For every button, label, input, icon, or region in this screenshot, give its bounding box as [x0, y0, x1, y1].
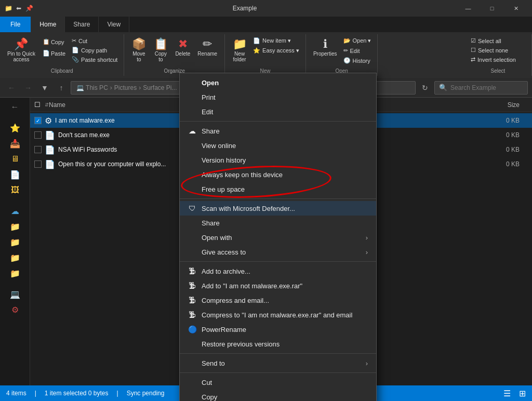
- surface-pi-link[interactable]: Surface Pi...: [143, 84, 177, 91]
- select-none-button[interactable]: ☐ Select none: [469, 46, 518, 55]
- forward-button[interactable]: →: [21, 81, 35, 95]
- ctx-compress-rar-email[interactable]: 🗜 Compress to "I am not malware.exe.rar"…: [180, 308, 376, 322]
- paste-button[interactable]: 📄 Paste: [39, 48, 69, 59]
- copy-to-button[interactable]: 📋 Copyto: [150, 36, 171, 64]
- ctx-restore[interactable]: Restore previous versions: [180, 337, 376, 351]
- new-item-button[interactable]: 📄 New item ▾: [251, 36, 301, 45]
- ctx-always-keep[interactable]: Always keep on this device: [180, 167, 376, 182]
- maximize-button[interactable]: □: [480, 0, 504, 17]
- ctx-add-archive[interactable]: 🗜 Add to archive...: [180, 264, 376, 278]
- pictures-link[interactable]: Pictures: [114, 84, 137, 91]
- ctx-share[interactable]: ☁ Share: [180, 124, 376, 138]
- sidebar-item-desktop[interactable]: 🖥: [0, 152, 30, 166]
- up-button[interactable]: ↑: [54, 81, 69, 95]
- sidebar-item-1[interactable]: ←: [0, 100, 30, 114]
- ctx-version-history[interactable]: Version history: [180, 153, 376, 167]
- ctx-cut-icon: [188, 378, 196, 386]
- sidebar-item-3[interactable]: 📁: [0, 235, 30, 249]
- pin-to-quick-access-button[interactable]: 📌 Pin to Quick access: [4, 36, 38, 64]
- ctx-share2-icon: [188, 219, 196, 227]
- sidebar-item-pc[interactable]: 💻: [0, 287, 30, 301]
- ctx-open-label: Open: [202, 79, 219, 87]
- ctx-send-to-icon: [188, 359, 196, 367]
- ctx-cut[interactable]: Cut: [180, 375, 376, 390]
- clipboard-items: 📌 Pin to Quick access 📋 Copy 📄 Paste ✂ C…: [4, 36, 119, 67]
- status-sep-2: |: [117, 390, 118, 397]
- recent-locations-button[interactable]: ▼: [37, 81, 52, 95]
- ctx-power-rename-icon: 🔵: [188, 325, 196, 333]
- search-input[interactable]: [450, 84, 523, 91]
- ctx-give-access[interactable]: Give access to ›: [180, 245, 376, 259]
- ribbon-tabs: File Home Share View: [0, 17, 532, 32]
- ctx-share2[interactable]: Share: [180, 216, 376, 230]
- check-all[interactable]: ☐: [34, 101, 45, 109]
- properties-button[interactable]: ℹ Properties: [310, 36, 340, 59]
- view-toggle-grid[interactable]: ⊞: [519, 389, 526, 398]
- view-toggle-list[interactable]: ☰: [503, 389, 511, 398]
- ctx-compress-email[interactable]: 🗜 Compress and email...: [180, 293, 376, 308]
- sidebar-item-2[interactable]: 📁: [0, 219, 30, 234]
- sidebar-item-pictures[interactable]: 🖼: [0, 183, 30, 197]
- file-checkbox-4[interactable]: ✓: [34, 161, 42, 168]
- minimize-button[interactable]: —: [456, 0, 480, 17]
- cut-button[interactable]: ✂ Cut: [70, 36, 119, 45]
- copy-button[interactable]: 📋 Copy: [39, 36, 69, 47]
- history-button[interactable]: 🕐 History: [341, 56, 374, 65]
- ctx-print[interactable]: Print: [180, 90, 376, 104]
- ctx-power-rename[interactable]: 🔵 PowerRename: [180, 322, 376, 337]
- sidebar-item-documents[interactable]: 📄: [0, 167, 30, 182]
- this-pc-link[interactable]: 💻 This PC: [76, 84, 108, 91]
- sidebar-item-4[interactable]: 📁: [0, 250, 30, 265]
- ctx-open[interactable]: Open: [180, 75, 376, 90]
- copy-path-button[interactable]: 📄 Copy path: [70, 46, 119, 55]
- ctx-restore-icon: [188, 340, 196, 348]
- select-label: Select: [469, 67, 527, 74]
- sidebar-item-quick-access[interactable]: ⭐: [0, 121, 30, 135]
- sidebar-item-red[interactable]: ⚙: [0, 302, 30, 317]
- ctx-give-access-arrow: ›: [366, 248, 368, 256]
- size-column-header[interactable]: Size: [476, 101, 528, 109]
- edit-button[interactable]: ✏ Edit: [341, 46, 374, 55]
- ctx-share-label: Share: [202, 127, 220, 135]
- rename-button[interactable]: ✏ Rename: [194, 36, 220, 59]
- back-button[interactable]: ←: [4, 81, 19, 95]
- ctx-share-icon: ☁: [188, 127, 196, 135]
- move-to-button[interactable]: 📦 Moveto: [128, 36, 149, 64]
- file-checkbox-1[interactable]: ✓: [34, 117, 42, 124]
- ctx-free-space-label: Free up space: [202, 185, 245, 193]
- ctx-edit[interactable]: Edit: [180, 104, 376, 119]
- open-button[interactable]: 📂 Open ▾: [341, 36, 374, 45]
- ctx-open-with-label: Open with: [202, 234, 232, 242]
- tab-view[interactable]: View: [99, 17, 129, 32]
- search-box[interactable]: 🔍: [434, 81, 528, 95]
- ctx-copy[interactable]: Copy: [180, 390, 376, 401]
- clipboard-group: 📌 Pin to Quick access 📋 Copy 📄 Paste ✂ C…: [0, 34, 124, 76]
- invert-selection-button[interactable]: ⇄ Invert selection: [469, 55, 518, 64]
- ctx-open-with[interactable]: Open with ›: [180, 230, 376, 245]
- easy-access-button[interactable]: ⭐ Easy access ▾: [251, 46, 301, 55]
- ctx-scan-defender[interactable]: 🛡 Scan with Microsoft Defender...: [180, 201, 376, 216]
- sidebar-item-5[interactable]: 📁: [0, 266, 30, 280]
- ctx-free-space[interactable]: Free up space: [180, 182, 376, 196]
- ctx-send-to[interactable]: Send to ›: [180, 356, 376, 370]
- file-checkbox-2[interactable]: ✓: [34, 131, 42, 139]
- select-all-button[interactable]: ☑ Select all: [469, 36, 518, 45]
- paste-shortcut-button[interactable]: 📎 Paste shortcut: [70, 55, 119, 64]
- tab-home[interactable]: Home: [31, 17, 65, 32]
- tab-file[interactable]: File: [0, 17, 31, 32]
- file-checkbox-3[interactable]: ✓: [34, 146, 42, 153]
- header-checkbox[interactable]: ☐: [34, 101, 41, 109]
- ctx-view-online[interactable]: View online: [180, 138, 376, 153]
- delete-button[interactable]: ✖ Delete: [172, 36, 193, 59]
- tab-share[interactable]: Share: [65, 17, 99, 32]
- select-group: ☑ Select all ☐ Select none ⇄ Invert sele…: [464, 34, 532, 76]
- sidebar-item-onedrive[interactable]: ☁: [0, 204, 30, 218]
- ctx-sep-2: [180, 198, 376, 199]
- refresh-button[interactable]: ↻: [418, 81, 432, 95]
- sidebar-item-downloads[interactable]: 📥: [0, 136, 30, 151]
- ctx-compress-rar-email-label: Compress to "I am not malware.exe.rar" a…: [202, 311, 352, 319]
- new-folder-button[interactable]: 📁 Newfolder: [229, 36, 250, 64]
- close-button[interactable]: ✕: [504, 0, 528, 17]
- ctx-share2-label: Share: [202, 219, 220, 227]
- ctx-add-rar[interactable]: 🗜 Add to "I am not malware.exe.rar": [180, 278, 376, 293]
